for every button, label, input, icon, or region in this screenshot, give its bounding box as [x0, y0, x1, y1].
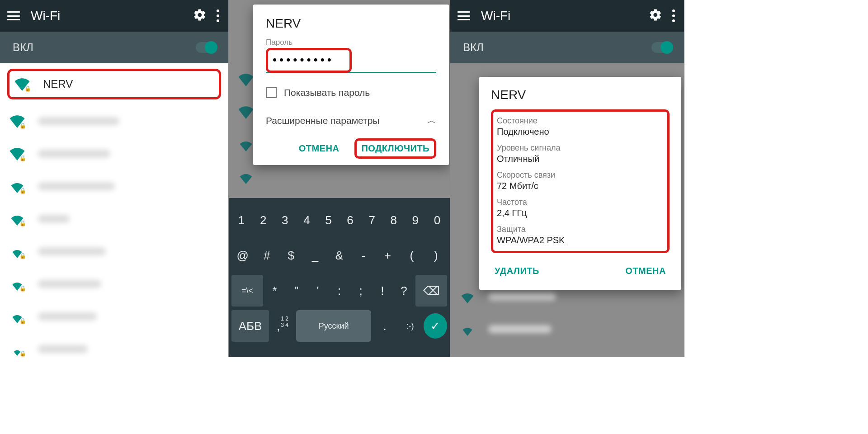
toolbar: Wi-Fi: [450, 0, 684, 32]
wifi-toggle[interactable]: [651, 42, 671, 53]
key[interactable]: ": [286, 275, 306, 307]
page-title: Wi-Fi: [31, 9, 193, 23]
network-name: NERV: [43, 78, 73, 90]
connect-button[interactable]: ПОДКЛЮЧИТЬ: [354, 138, 436, 159]
info-label: Состояние: [497, 116, 664, 126]
key[interactable]: 6: [340, 204, 360, 236]
chevron-up-icon: ︿: [427, 114, 436, 127]
key[interactable]: 1: [231, 204, 251, 236]
key-shift[interactable]: =\<: [231, 275, 263, 307]
info-label: Защита: [497, 225, 664, 234]
password-input[interactable]: •••••••••: [273, 53, 345, 68]
key[interactable]: #: [255, 240, 278, 271]
overflow-menu-icon[interactable]: [670, 9, 677, 22]
page-title: Wi-Fi: [481, 9, 649, 23]
cancel-button[interactable]: ОТМЕНА: [296, 139, 342, 158]
key[interactable]: @: [231, 240, 254, 271]
key[interactable]: _: [304, 240, 326, 271]
key[interactable]: !: [373, 275, 392, 307]
info-value: Отличный: [497, 154, 664, 164]
key[interactable]: 0: [427, 204, 447, 236]
password-highlight: •••••••••: [266, 48, 352, 73]
connect-dialog: NERV Пароль ••••••••• Показывать пароль …: [253, 5, 449, 165]
key[interactable]: ;: [351, 275, 371, 307]
wifi-toggle[interactable]: [196, 42, 216, 53]
info-value: Подключено: [497, 127, 664, 137]
key[interactable]: ): [425, 240, 447, 271]
key-mode[interactable]: АБВ: [231, 310, 269, 342]
show-password-row[interactable]: Показывать пароль: [266, 87, 436, 98]
kbd-row-1: 1234567890: [231, 204, 447, 236]
kbd-row-4: АБВ ,1 23 4 Русский . :-) ✓: [231, 310, 447, 342]
key[interactable]: -: [352, 240, 374, 271]
key[interactable]: 7: [362, 204, 382, 236]
key[interactable]: +: [377, 240, 399, 271]
network-item[interactable]: 🔒: [0, 300, 228, 333]
network-item[interactable]: 🔒: [0, 105, 228, 137]
key[interactable]: 2: [253, 204, 273, 236]
info-value: WPA/WPA2 PSK: [497, 235, 664, 245]
info-row: Уровень сигналаОтличный: [497, 143, 664, 164]
screen-network-info: Wi-Fi ВКЛ NERV СостояниеПодключено Урове…: [450, 0, 684, 357]
network-list-blurred: 🔒 🔒 🔒 🔒 🔒 🔒 🔒 🔒: [0, 105, 228, 357]
key[interactable]: 8: [384, 204, 404, 236]
network-item-nerv[interactable]: 🔒 NERV: [7, 69, 221, 99]
network-item[interactable]: 🔒: [0, 203, 228, 235]
key-space[interactable]: Русский: [296, 310, 371, 342]
key[interactable]: $: [280, 240, 302, 271]
key[interactable]: (: [401, 240, 423, 271]
info-label: Уровень сигнала: [497, 143, 664, 153]
kbd-row-3: =\< *"':;!?⌫: [231, 275, 447, 307]
network-item[interactable]: 🔒: [0, 268, 228, 300]
network-item[interactable]: 🔒: [0, 333, 228, 357]
checkbox-icon[interactable]: [266, 87, 277, 98]
key-comma[interactable]: ,1 23 4: [271, 310, 294, 342]
key-backspace[interactable]: ⌫: [415, 275, 447, 307]
key[interactable]: 5: [318, 204, 338, 236]
forget-button[interactable]: УДАЛИТЬ: [492, 261, 542, 281]
advanced-row[interactable]: Расширенные параметры ︿: [266, 111, 436, 136]
key-emoji[interactable]: :-): [398, 310, 422, 342]
lock-icon: 🔒: [24, 85, 31, 92]
info-row: Частота2,4 ГГц: [497, 198, 664, 218]
keyboard: 1234567890 @#$_&-+() =\< *"':;!?⌫ АБВ ,1…: [229, 198, 450, 357]
network-info-dialog: NERV СостояниеПодключено Уровень сигнала…: [479, 77, 681, 290]
info-label: Частота: [497, 198, 664, 207]
info-label: Скорость связи: [497, 170, 664, 180]
bg-network-list: [450, 280, 684, 345]
key-enter[interactable]: ✓: [424, 313, 447, 339]
key[interactable]: :: [330, 275, 349, 307]
screen-connect-dialog: NERV Пароль ••••••••• Показывать пароль …: [229, 0, 450, 357]
cancel-button[interactable]: ОТМЕНА: [623, 261, 669, 281]
network-item[interactable]: 🔒: [0, 137, 228, 170]
key[interactable]: 9: [406, 204, 425, 236]
overflow-menu-icon[interactable]: [215, 9, 221, 22]
hamburger-icon[interactable]: [7, 11, 20, 20]
show-password-label: Показывать пароль: [284, 87, 370, 98]
key[interactable]: *: [265, 275, 285, 307]
key[interactable]: 4: [297, 204, 316, 236]
toolbar: Wi-Fi: [0, 0, 228, 32]
key[interactable]: 3: [275, 204, 295, 236]
key[interactable]: &: [328, 240, 350, 271]
gear-icon[interactable]: [193, 8, 207, 24]
gear-icon[interactable]: [649, 8, 662, 24]
wifi-toggle-row: ВКЛ: [450, 32, 684, 63]
hamburger-icon[interactable]: [458, 11, 470, 20]
info-row: Скорость связи72 Мбит/с: [497, 170, 664, 191]
info-highlight: СостояниеПодключено Уровень сигналаОтлич…: [491, 109, 670, 253]
advanced-label: Расширенные параметры: [266, 115, 379, 126]
wifi-signal-icon: 🔒: [14, 77, 30, 91]
dialog-actions: ОТМЕНА ПОДКЛЮЧИТЬ: [266, 136, 436, 159]
key[interactable]: ': [308, 275, 328, 307]
info-row: СостояниеПодключено: [497, 116, 664, 137]
network-item[interactable]: 🔒: [0, 235, 228, 268]
key[interactable]: ?: [394, 275, 414, 307]
wifi-on-label: ВКЛ: [463, 41, 484, 54]
network-item[interactable]: 🔒: [0, 170, 228, 203]
info-value: 2,4 ГГц: [497, 208, 664, 218]
info-row: ЗащитаWPA/WPA2 PSK: [497, 225, 664, 245]
screen-wifi-list: Wi-Fi ВКЛ 🔒 NERV 🔒 🔒 🔒 🔒 🔒 🔒 🔒 🔒: [0, 0, 229, 357]
wifi-toggle-row: ВКЛ: [0, 32, 228, 63]
key-dot[interactable]: .: [373, 310, 396, 342]
